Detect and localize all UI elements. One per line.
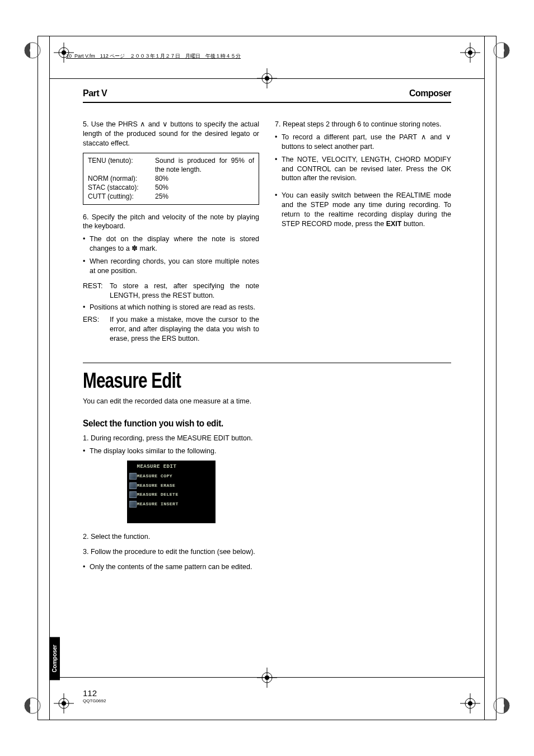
text: button. (401, 220, 425, 228)
box-val: 25% (155, 192, 254, 201)
phrs-table: TENU (tenuto):Sound is produced for 95% … (83, 153, 259, 205)
section-rule (83, 363, 451, 363)
regmark-icon (22, 40, 43, 60)
page-body: Part V Composer 5. Use the PHRS ∧ and ∨ … (83, 88, 451, 700)
defn-val: If you make a mistake, move the cursor t… (110, 315, 259, 344)
column-right: 7. Repeat steps 2 through 6 to continue … (275, 120, 451, 346)
bullet: Only the contents of the same pattern ca… (83, 562, 259, 572)
regmark-icon (491, 696, 512, 716)
side-tab: Composer (49, 637, 60, 680)
bullet: To record a different part, use the PART… (275, 133, 451, 152)
lower-columns: Select the function you wish to edit. 1.… (83, 417, 451, 575)
text: You can easily switch between the REALTI… (282, 191, 451, 228)
regmark-icon (491, 40, 512, 60)
step-6: 6. Specify the pitch and velocity of the… (83, 213, 259, 232)
crosshair-icon (54, 693, 74, 713)
section-intro: You can edit the recorded data one measu… (83, 397, 451, 405)
crop-vline-right (484, 36, 485, 720)
regmark-icon (22, 696, 43, 716)
box-key: STAC (staccato): (88, 183, 155, 192)
column-left-2: Select the function you wish to edit. 1.… (83, 417, 259, 575)
box-key: NORM (normal): (88, 174, 155, 183)
subsection-title: Select the function you wish to edit. (83, 417, 242, 430)
upper-columns: 5. Use the PHRS ∧ and ∨ buttons to speci… (83, 120, 451, 346)
crop-vline-left (49, 36, 50, 720)
ers-definition: ERS: If you make a mistake, move the cur… (83, 315, 259, 344)
section-title: Measure Edit (83, 369, 370, 393)
header-left: Part V (83, 88, 107, 98)
svg-point-5 (499, 48, 504, 53)
bullet: When recording chords, you can store mul… (83, 257, 259, 276)
screen-item: MEASURE ERASE (137, 483, 213, 489)
crosshair-icon (257, 68, 277, 88)
lcd-screenshot: MEASURE EDIT MEASURE COPY MEASURE ERASE … (127, 461, 216, 523)
bullet: Positions at which nothing is stored are… (83, 303, 259, 312)
svg-point-11 (499, 703, 504, 708)
rest-definition: REST: To store a rest, after specifying … (83, 281, 259, 300)
bullet: The NOTE, VELOCITY, LENGTH, CHORD MODIFY… (275, 155, 451, 184)
box-key: TENU (tenuto): (88, 156, 155, 174)
box-val: Sound is produced for 95% of the note le… (155, 156, 254, 174)
box-val: 50% (155, 183, 254, 192)
screen-item: MEASURE INSERT (137, 501, 213, 508)
svg-point-8 (30, 703, 35, 708)
bullet: The display looks similar to the followi… (83, 447, 259, 456)
page-number: 112 (83, 688, 97, 698)
running-head: Part V Composer (83, 88, 451, 103)
screen-item: MEASURE COPY (137, 473, 213, 480)
box-key: CUTT (cutting): (88, 192, 155, 201)
step-1: 1. During recording, press the MEASURE E… (83, 434, 259, 443)
step-2: 2. Select the function. (83, 532, 259, 542)
screen-title: MEASURE EDIT (137, 463, 213, 470)
column-left: 5. Use the PHRS ∧ and ∨ buttons to speci… (83, 120, 259, 346)
doc-code: QQTG0692 (83, 698, 106, 703)
step-3: 3. Follow the procedure to edit the func… (83, 547, 259, 557)
crosshair-icon (460, 693, 480, 713)
screen-item: MEASURE DELETE (137, 492, 213, 498)
step-7: 7. Repeat steps 2 through 6 to continue … (275, 120, 451, 129)
folio: 112 QQTG0692 (83, 688, 106, 703)
header-right: Composer (409, 88, 451, 98)
bullet: The dot on the display where the note is… (83, 234, 259, 253)
svg-point-2 (30, 48, 35, 53)
crosshair-icon (460, 43, 480, 63)
box-val: 80% (155, 174, 254, 183)
step-5: 5. Use the PHRS ∧ and ∨ buttons to speci… (83, 120, 259, 148)
exit-bold: EXIT (386, 220, 402, 228)
bullet: You can easily switch between the REALTI… (275, 191, 451, 229)
defn-key: ERS: (83, 315, 110, 344)
slug-line: 10_Part V.fm 112 ページ ２００３年１月２７日 月曜日 午後１時… (66, 53, 241, 60)
defn-key: REST: (83, 281, 110, 300)
column-right-2 (275, 417, 451, 575)
defn-val: To store a rest, after specifying the no… (110, 281, 259, 300)
